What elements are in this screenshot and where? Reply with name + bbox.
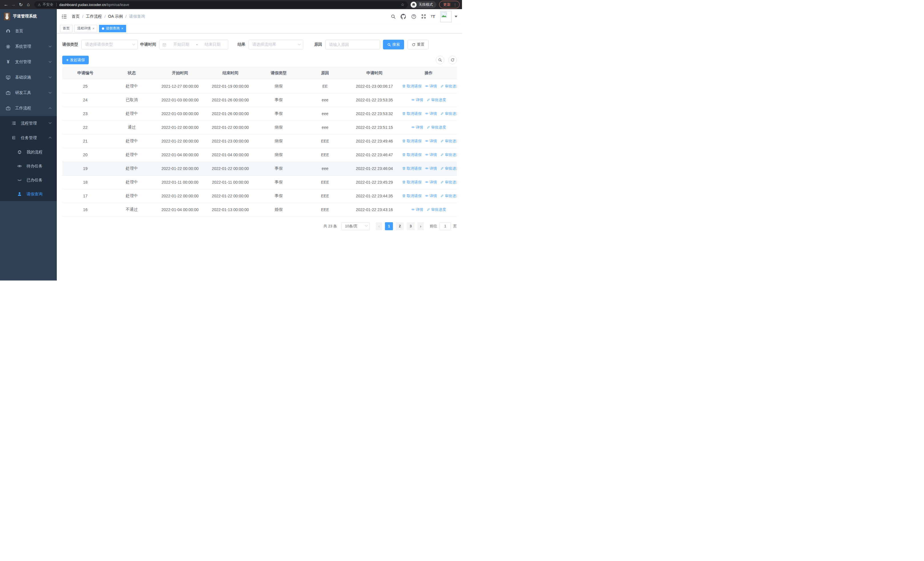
action-cancel-link[interactable]: 取消请假 — [402, 111, 422, 116]
browser-back-button[interactable]: ← — [2, 1, 10, 8]
reason-input[interactable] — [329, 42, 376, 47]
sidebar-toggle-icon[interactable] — [62, 14, 67, 20]
browser-reload-button[interactable]: ↻ — [17, 1, 24, 8]
sidebar-item-todo-tasks[interactable]: 待办任务 — [0, 159, 57, 173]
tag-leave-query[interactable]: 请假查询× — [99, 25, 126, 32]
action-cancel-link[interactable]: 取消请假 — [402, 166, 422, 171]
action-detail-link[interactable]: 详情 — [425, 180, 437, 185]
browser-home-button[interactable]: ⌂ — [24, 1, 32, 8]
action-detail-link[interactable]: 详情 — [411, 98, 423, 102]
apply-time-cell: 2022-01-22 23:43:16 — [348, 203, 400, 217]
status-cell: 处理中 — [108, 175, 155, 189]
action-detail-link[interactable]: 详情 — [425, 84, 437, 89]
breadcrumb-oa-example[interactable]: OA 示例 — [108, 14, 123, 19]
next-page-button[interactable]: › — [417, 222, 424, 230]
reason-cell: EEE — [302, 203, 348, 217]
apply-time-range-picker[interactable]: 开始日期 - 结束日期 — [159, 40, 228, 50]
toggle-search-button[interactable] — [436, 56, 444, 64]
page-1-button[interactable]: 1 — [385, 222, 393, 230]
action-detail-link[interactable]: 详情 — [411, 125, 423, 130]
page-3-button[interactable]: 3 — [406, 222, 415, 230]
action-progress-link[interactable]: 审批进度 — [440, 193, 457, 199]
fullscreen-icon[interactable] — [421, 14, 426, 19]
close-icon[interactable]: × — [93, 27, 94, 30]
action-progress-link[interactable]: 审批进度 — [440, 152, 457, 157]
breadcrumb-home[interactable]: 首页 — [72, 14, 80, 19]
address-bar[interactable]: ⚠ 不安全 dashboard.yudao.iocoder.cn/bpm/oa/… — [34, 1, 408, 8]
action-cancel-link[interactable]: 取消请假 — [402, 180, 422, 185]
action-cancel-link[interactable]: 取消请假 — [402, 138, 422, 144]
action-progress-link[interactable]: 审批进度 — [440, 138, 457, 144]
col-end-time: 结束时间 — [205, 66, 256, 80]
bookmark-star-icon[interactable]: ☆ — [400, 2, 404, 7]
col-reason: 原因 — [302, 66, 348, 80]
sidebar-item-devtools[interactable]: 研发工具 — [0, 85, 57, 101]
avatar-dropdown-icon[interactable] — [454, 16, 458, 17]
request-id-cell: 20 — [62, 148, 108, 162]
sidebar-item-payment[interactable]: ¥ 支付管理 — [0, 54, 57, 70]
sidebar-item-process-mgmt[interactable]: 流程管理 — [0, 116, 57, 131]
action-progress-link[interactable]: 审批进度 — [440, 180, 457, 185]
action-cancel-link[interactable]: 取消请假 — [402, 152, 422, 157]
prev-page-button[interactable]: ‹ — [376, 222, 382, 230]
leave-type-cell: 病假 — [256, 134, 302, 148]
sidebar-item-done-tasks[interactable]: 已办任务 — [0, 173, 57, 187]
font-size-icon[interactable]: TT — [431, 14, 435, 19]
action-detail-link[interactable]: 详情 — [425, 166, 437, 171]
end-date-placeholder[interactable]: 结束日期 — [200, 42, 225, 47]
sidebar-item-system[interactable]: 系统管理 — [0, 39, 57, 54]
security-chip[interactable]: ⚠ 不安全 — [38, 2, 53, 7]
actions-cell: 取消请假详情审批进度 — [400, 162, 457, 175]
browser-update-button[interactable]: 更新 ⋮ — [439, 1, 460, 8]
end-time-cell: 2022-01-04 00:00:00 — [205, 148, 256, 162]
sidebar-item-leave-query[interactable]: 请假查询 — [0, 187, 57, 201]
security-label: 不安全 — [42, 2, 53, 7]
create-leave-button[interactable]: + 发起请假 — [62, 56, 89, 64]
breadcrumb-workflow[interactable]: 工作流程 — [86, 14, 102, 19]
browser-menu-icon[interactable]: ⋮ — [453, 3, 457, 7]
action-progress-link[interactable]: 审批进度 — [427, 98, 446, 102]
sidebar-item-infra[interactable]: 基础设施 — [0, 70, 57, 85]
help-icon[interactable] — [411, 14, 416, 19]
action-cancel-link[interactable]: 取消请假 — [402, 84, 422, 89]
avatar[interactable] — [440, 11, 452, 22]
browser-forward-button[interactable]: → — [10, 1, 17, 8]
reset-button[interactable]: 重置 — [408, 40, 429, 50]
action-progress-link[interactable]: 审批进度 — [427, 125, 446, 130]
sidebar-item-label: 支付管理 — [15, 59, 31, 65]
action-detail-link[interactable]: 详情 — [425, 111, 437, 116]
app-logo-row[interactable]: 芋道管理系统 — [0, 9, 57, 23]
github-icon[interactable] — [400, 14, 406, 20]
action-detail-link[interactable]: 详情 — [411, 207, 423, 212]
start-date-placeholder[interactable]: 开始日期 — [169, 42, 194, 47]
leave-type-select[interactable]: 请选择请假类型 — [81, 40, 138, 50]
action-progress-link[interactable]: 审批进度 — [440, 166, 457, 171]
action-detail-link[interactable]: 详情 — [425, 152, 437, 157]
user-icon — [17, 192, 22, 197]
action-progress-link[interactable]: 审批进度 — [427, 207, 446, 212]
tag-home[interactable]: 首页 — [60, 25, 72, 32]
sidebar-item-my-process[interactable]: 我的流程 — [0, 145, 57, 159]
action-cancel-link[interactable]: 取消请假 — [402, 193, 422, 199]
action-detail-link[interactable]: 详情 — [425, 138, 437, 144]
close-icon[interactable]: × — [121, 27, 123, 30]
sidebar-item-label: 我的流程 — [27, 150, 42, 155]
tag-process-detail[interactable]: 流程详情× — [74, 25, 97, 32]
sidebar-item-task-mgmt[interactable]: 任务管理 — [0, 131, 57, 145]
search-button[interactable]: 搜索 — [383, 40, 404, 50]
leave-type-cell: 病假 — [256, 148, 302, 162]
sidebar-item-workflow[interactable]: 工作流程 — [0, 101, 57, 116]
actions-cell: 取消请假详情审批进度 — [400, 189, 457, 203]
page-size-select[interactable]: 10条/页 — [341, 222, 370, 230]
page-2-button[interactable]: 2 — [396, 222, 404, 230]
actions-cell: 取消请假详情审批进度 — [400, 148, 457, 162]
action-progress-link[interactable]: 审批进度 — [440, 111, 457, 116]
action-detail-link[interactable]: 详情 — [425, 193, 437, 199]
search-icon[interactable] — [391, 14, 396, 19]
sidebar-item-home[interactable]: 首页 — [0, 23, 57, 39]
result-select[interactable]: 请选择流结果 — [249, 40, 303, 50]
request-id-cell: 24 — [62, 93, 108, 107]
goto-page-input[interactable] — [440, 222, 451, 230]
refresh-button[interactable] — [448, 56, 457, 64]
action-progress-link[interactable]: 审批进度 — [440, 84, 457, 89]
